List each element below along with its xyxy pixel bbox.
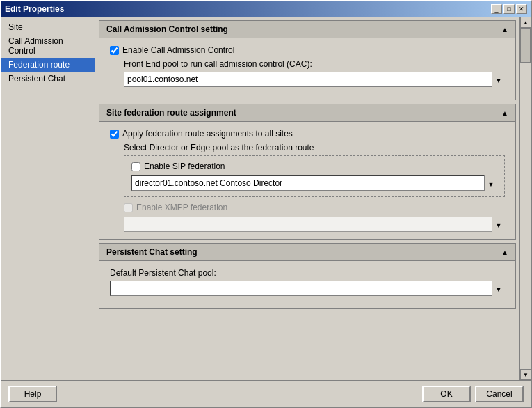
right-content: Call Admission Control setting ▲ Enable … <box>95 17 519 380</box>
scrollbar: ▲ ▼ <box>519 17 531 380</box>
section-title-cac: Call Admission Control setting <box>106 24 228 34</box>
apply-all-sites-row: Apply federation route assignments to al… <box>110 129 505 139</box>
section-body-persistent-chat: Default Persistent Chat pool: <box>99 261 515 308</box>
help-button[interactable]: Help <box>8 386 57 402</box>
edit-properties-window: Edit Properties _ □ ✕ Site Call Admissio… <box>0 0 532 408</box>
xmpp-pool-select[interactable] <box>124 217 505 232</box>
enable-cac-label: Enable Call Admission Control <box>122 45 234 55</box>
nav-item-persistent-chat[interactable]: Persistent Chat <box>1 72 95 86</box>
scroll-up-button[interactable]: ▲ <box>520 17 531 28</box>
default-pool-group: Default Persistent Chat pool: <box>110 268 505 296</box>
ok-button[interactable]: OK <box>422 386 471 402</box>
enable-cac-row: Enable Call Admission Control <box>110 45 505 55</box>
scroll-down-button[interactable]: ▼ <box>520 369 531 380</box>
section-persistent-chat: Persistent Chat setting ▲ Default Persis… <box>99 243 516 309</box>
director-edge-group: Select Director or Edge pool as the fede… <box>124 143 505 232</box>
enable-xmpp-row: Enable XMPP federation <box>124 203 505 212</box>
sip-pool-select[interactable]: director01.contoso.net Contoso Director <box>131 175 497 191</box>
nav-item-call-admission-control[interactable]: Call Admission Control <box>1 34 95 58</box>
cancel-button[interactable]: Cancel <box>475 386 524 402</box>
apply-all-sites-label: Apply federation route assignments to al… <box>122 129 293 139</box>
title-bar: Edit Properties _ □ ✕ <box>1 1 531 17</box>
title-bar-buttons: _ □ ✕ <box>491 4 527 14</box>
window-content: Site Call Admission Control Federation r… <box>1 17 531 380</box>
section-arrow-federation: ▲ <box>501 109 508 117</box>
section-title-federation: Site federation route assignment <box>106 108 236 118</box>
default-pool-label: Default Persistent Chat pool: <box>110 268 505 278</box>
section-arrow-persistent-chat: ▲ <box>501 249 508 256</box>
section-body-cac: Enable Call Admission Control Front End … <box>99 38 515 100</box>
enable-xmpp-checkbox[interactable] <box>124 203 133 212</box>
front-end-pool-select-wrapper: pool01.contoso.net <box>124 72 505 87</box>
maximize-button[interactable]: □ <box>503 4 515 14</box>
section-header-persistent-chat: Persistent Chat setting ▲ <box>99 244 515 261</box>
bottom-bar: Help OK Cancel <box>1 380 531 407</box>
enable-xmpp-label: Enable XMPP federation <box>136 203 227 212</box>
enable-cac-checkbox[interactable] <box>110 46 119 55</box>
section-title-persistent-chat: Persistent Chat setting <box>106 247 198 257</box>
scroll-thumb[interactable] <box>520 28 531 63</box>
select-director-label: Select Director or Edge pool as the fede… <box>124 143 505 152</box>
front-end-pool-label: Front End pool to run call admission con… <box>124 59 505 69</box>
front-end-pool-select[interactable]: pool01.contoso.net <box>124 72 505 87</box>
sip-federation-section: Enable SIP federation director01.contoso… <box>124 155 505 197</box>
section-federation-route: Site federation route assignment ▲ Apply… <box>99 104 516 240</box>
section-header-federation: Site federation route assignment ▲ <box>99 104 515 122</box>
enable-sip-row: Enable SIP federation <box>131 162 497 171</box>
apply-all-sites-checkbox[interactable] <box>110 130 119 139</box>
front-end-pool-group: Front End pool to run call admission con… <box>124 59 505 87</box>
section-body-federation: Apply federation route assignments to al… <box>99 122 515 239</box>
close-button[interactable]: ✕ <box>516 4 527 14</box>
sip-pool-select-wrapper: director01.contoso.net Contoso Director <box>131 175 497 191</box>
default-pool-select[interactable] <box>110 281 505 296</box>
section-header-cac: Call Admission Control setting ▲ <box>99 21 515 38</box>
xmpp-pool-select-wrapper <box>124 217 505 232</box>
nav-item-federation-route[interactable]: Federation route <box>1 58 95 72</box>
ok-cancel-buttons: OK Cancel <box>422 386 524 402</box>
minimize-button[interactable]: _ <box>491 4 502 14</box>
left-nav: Site Call Admission Control Federation r… <box>1 17 95 380</box>
window-title: Edit Properties <box>5 4 64 14</box>
enable-sip-checkbox[interactable] <box>131 162 140 171</box>
enable-sip-label: Enable SIP federation <box>144 162 225 171</box>
nav-item-site[interactable]: Site <box>1 20 95 34</box>
xmpp-federation-section: Enable XMPP federation <box>124 203 505 232</box>
scroll-track <box>520 28 531 369</box>
default-pool-select-wrapper <box>110 281 505 296</box>
section-arrow-cac: ▲ <box>501 26 508 33</box>
section-call-admission-control: Call Admission Control setting ▲ Enable … <box>99 20 516 100</box>
